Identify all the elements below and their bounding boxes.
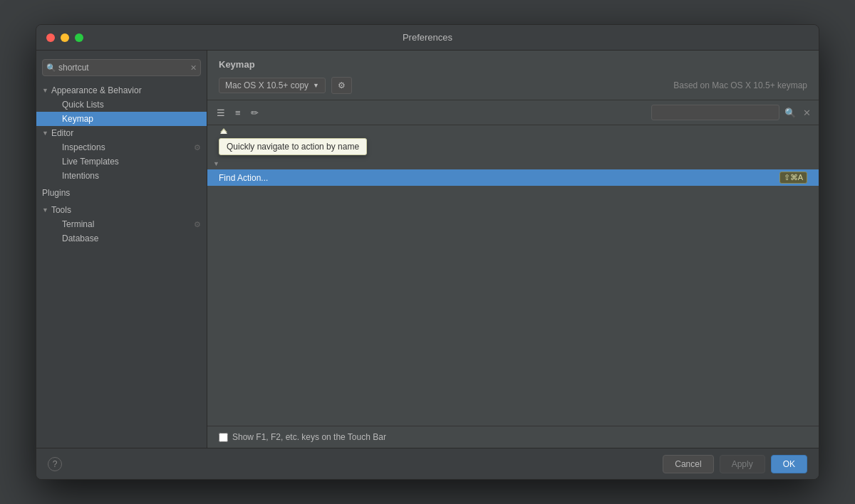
sidebar-group-editor[interactable]: ▼ Editor xyxy=(36,126,207,140)
sidebar: 🔍 ✕ ▼ Appearance & Behavior Quick Lists … xyxy=(36,51,207,448)
toolbar-left: ☰ ≡ ✏ xyxy=(213,105,262,120)
sidebar-item-keymap[interactable]: Keymap xyxy=(36,112,207,126)
footer-left: ? xyxy=(48,457,62,471)
footer-right: Cancel Apply OK xyxy=(663,455,807,473)
apply-button[interactable]: Apply xyxy=(720,455,765,473)
sidebar-item-intentions[interactable]: Intentions xyxy=(36,169,207,183)
live-templates-label: Live Templates xyxy=(62,157,119,167)
triangle-icon-editor: ▼ xyxy=(42,130,48,137)
triangle-icon-tools: ▼ xyxy=(42,206,48,214)
tooltip-arrow-inner xyxy=(220,130,227,134)
keymap-controls: Mac OS X 10.5+ copy ▼ ⚙ Based on Mac OS … xyxy=(219,77,807,94)
window-controls xyxy=(46,33,83,42)
find-action-label: Find Action... xyxy=(219,173,268,183)
sidebar-section-appearance: ▼ Appearance & Behavior Quick Lists Keym… xyxy=(36,82,207,184)
search-input[interactable] xyxy=(42,59,201,76)
sidebar-section-plugins: Plugins xyxy=(36,184,207,201)
search-clear-icon[interactable]: ✕ xyxy=(190,63,197,73)
editor-label: Editor xyxy=(51,128,73,138)
sidebar-item-quick-lists[interactable]: Quick Lists xyxy=(36,98,207,112)
sidebar-item-database[interactable]: Database xyxy=(36,231,207,246)
search-box: 🔍 ✕ xyxy=(42,59,201,76)
edit-shortcut-button[interactable]: ✏ xyxy=(247,105,262,120)
dropdown-arrow-icon: ▼ xyxy=(313,82,319,89)
keymap-content: Quickly navigate to action by name ▼ Fin… xyxy=(207,125,819,426)
triangle-icon: ▼ xyxy=(42,87,48,94)
plugins-label: Plugins xyxy=(42,188,70,198)
terminal-label: Terminal xyxy=(62,219,94,229)
ok-label: OK xyxy=(783,459,795,469)
quick-lists-label: Quick Lists xyxy=(62,100,104,110)
shortcut-text: ⇧⌘A xyxy=(784,173,803,182)
find-button[interactable]: 🔍 xyxy=(782,105,798,120)
help-button[interactable]: ? xyxy=(48,457,62,471)
tooltip-text: Quickly navigate to action by name xyxy=(227,142,359,152)
sidebar-item-terminal[interactable]: Terminal ⚙ xyxy=(36,217,207,231)
appearance-behavior-label: Appearance & Behavior xyxy=(51,85,142,95)
show-touchbar-checkbox-label[interactable]: Show F1, F2, etc. keys on the Touch Bar xyxy=(219,432,386,442)
title-bar: Preferences xyxy=(36,25,819,51)
keymap-label: Keymap xyxy=(62,114,93,124)
database-label: Database xyxy=(62,233,98,243)
show-touchbar-checkbox[interactable] xyxy=(219,433,228,442)
keymap-left: Mac OS X 10.5+ copy ▼ ⚙ xyxy=(219,77,352,94)
sidebar-item-plugins[interactable]: Plugins xyxy=(36,186,207,200)
sidebar-group-appearance-behavior[interactable]: ▼ Appearance & Behavior xyxy=(36,83,207,98)
show-touchbar-label: Show F1, F2, etc. keys on the Touch Bar xyxy=(232,432,386,442)
preferences-window: Preferences 🔍 ✕ ▼ Appearance & Behavior … xyxy=(36,24,819,480)
intentions-label: Intentions xyxy=(62,171,99,181)
right-panel: Keymap Mac OS X 10.5+ copy ▼ ⚙ Based on … xyxy=(207,51,819,448)
bottom-bar: Show F1, F2, etc. keys on the Touch Bar xyxy=(207,426,819,448)
shortcut-badge: ⇧⌘A xyxy=(779,172,807,184)
window-title: Preferences xyxy=(403,32,452,43)
expand-all-button[interactable]: ☰ xyxy=(213,105,229,120)
gear-icon-terminal: ⚙ xyxy=(194,220,201,229)
keymap-title: Keymap xyxy=(219,59,807,70)
keymap-gear-button[interactable]: ⚙ xyxy=(331,77,352,94)
apply-label: Apply xyxy=(732,459,753,469)
keymap-hint: Based on Mac OS X 10.5+ keymap xyxy=(673,80,807,90)
action-row-find-action[interactable]: Find Action... ⇧⌘A xyxy=(207,169,819,186)
tooltip-box: Quickly navigate to action by name xyxy=(219,138,367,155)
search-right: 🔍 ✕ xyxy=(651,105,813,120)
sidebar-section-tools: ▼ Tools Terminal ⚙ Database xyxy=(36,201,207,247)
help-icon: ? xyxy=(53,459,58,469)
section-triangle-icon: ▼ xyxy=(213,160,219,167)
filter-input[interactable] xyxy=(651,105,779,120)
sidebar-group-tools[interactable]: ▼ Tools xyxy=(36,203,207,217)
gear-icon-inspections: ⚙ xyxy=(194,143,201,152)
search-icon: 🔍 xyxy=(46,63,56,73)
clear-filter-button[interactable]: ✕ xyxy=(801,105,813,120)
section-header: ▼ xyxy=(207,158,819,169)
toolbar: ☰ ≡ ✏ 🔍 ✕ xyxy=(207,100,819,125)
maximize-button[interactable] xyxy=(75,33,83,42)
main-content: 🔍 ✕ ▼ Appearance & Behavior Quick Lists … xyxy=(36,51,819,448)
footer: ? Cancel Apply OK xyxy=(36,448,819,479)
cancel-label: Cancel xyxy=(675,459,701,469)
tools-label: Tools xyxy=(51,205,71,215)
collapse-all-button[interactable]: ≡ xyxy=(232,105,244,120)
cancel-button[interactable]: Cancel xyxy=(663,455,713,473)
inspections-label: Inspections xyxy=(62,142,105,152)
sidebar-item-inspections[interactable]: Inspections ⚙ xyxy=(36,140,207,154)
scheme-label: Mac OS X 10.5+ copy xyxy=(225,80,309,90)
ok-button[interactable]: OK xyxy=(771,455,807,473)
minimize-button[interactable] xyxy=(61,33,69,42)
sidebar-item-live-templates[interactable]: Live Templates xyxy=(36,154,207,169)
keymap-header: Keymap Mac OS X 10.5+ copy ▼ ⚙ Based on … xyxy=(207,51,819,100)
close-button[interactable] xyxy=(46,33,55,42)
scheme-dropdown[interactable]: Mac OS X 10.5+ copy ▼ xyxy=(219,78,326,93)
